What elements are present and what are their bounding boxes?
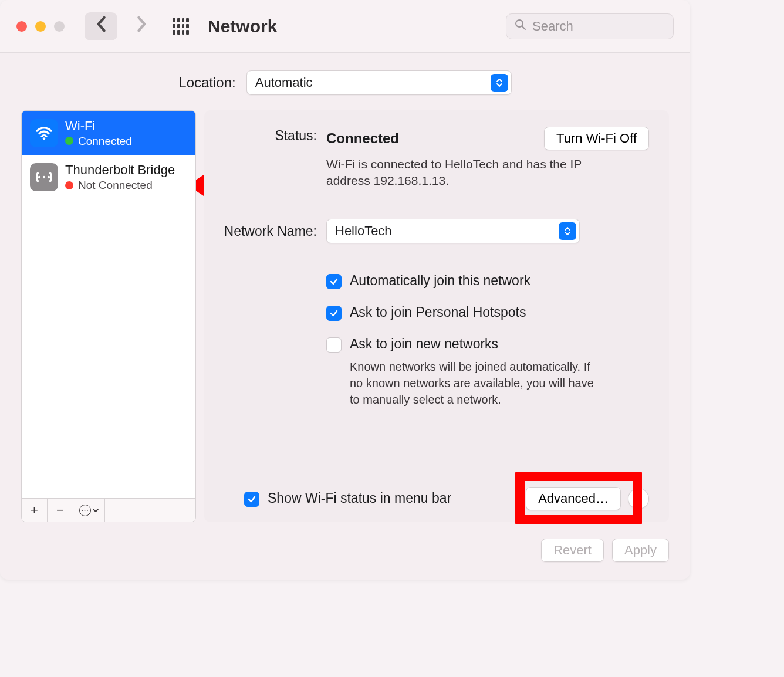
updown-arrows-icon — [559, 222, 576, 240]
location-value: Automatic — [255, 75, 313, 90]
show-status-checkbox[interactable]: Show Wi-Fi status in menu bar — [244, 490, 451, 507]
svg-point-4 — [43, 137, 45, 140]
network-name-select[interactable]: HelloTech — [326, 219, 580, 243]
apply-button[interactable]: Apply — [612, 539, 669, 562]
turn-wifi-off-button[interactable]: Turn Wi-Fi Off — [544, 127, 649, 150]
search-field[interactable] — [506, 13, 674, 39]
ask-hotspot-label: Ask to join Personal Hotspots — [350, 304, 526, 320]
location-label: Location: — [178, 75, 235, 91]
interface-detail-panel: Status: Connected Turn Wi-Fi Off Wi-Fi i… — [204, 110, 669, 522]
sidebar-item-status: Not Connected — [78, 178, 153, 192]
sidebar-item-name: Thunderbolt Bridge — [65, 162, 175, 178]
svg-point-0 — [516, 20, 523, 27]
traffic-lights — [16, 21, 65, 32]
checkbox-icon — [244, 492, 259, 507]
revert-button[interactable]: Revert — [541, 539, 604, 562]
status-value: Connected — [326, 130, 399, 147]
advanced-button[interactable]: Advanced… — [526, 487, 621, 510]
search-input[interactable] — [532, 19, 665, 34]
checkbox-icon — [326, 306, 342, 321]
sidebar-item-status: Connected — [78, 134, 132, 148]
interface-sidebar: Wi-Fi Connected Thunderbolt Bridge — [21, 110, 196, 522]
known-networks-description: Known networks will be joined automatica… — [350, 358, 596, 408]
status-dot-icon — [65, 181, 73, 189]
svg-line-1 — [522, 26, 525, 29]
network-preferences-window: Network Location: Automatic — [0, 0, 690, 580]
show-all-icon[interactable] — [173, 18, 189, 35]
content-area: Location: Automatic Wi-Fi — [0, 53, 690, 580]
svg-point-7 — [48, 176, 50, 178]
updown-arrows-icon — [491, 74, 508, 92]
chevron-down-icon — [92, 508, 99, 513]
interface-list: Wi-Fi Connected Thunderbolt Bridge — [22, 111, 195, 498]
checkbox-icon — [326, 337, 342, 353]
network-name-label: Network Name: — [219, 222, 317, 239]
ellipsis-circle-icon: ⋯ — [79, 505, 91, 516]
chevron-left-icon — [96, 16, 106, 36]
minimize-window-button[interactable] — [35, 21, 46, 32]
sidebar-item-name: Wi-Fi — [65, 118, 132, 134]
remove-interface-button[interactable]: − — [48, 499, 73, 522]
more-options-button[interactable]: ⋯ — [73, 499, 105, 522]
forward-button[interactable] — [126, 12, 158, 40]
titlebar: Network — [0, 0, 690, 53]
ask-new-label: Ask to join new networks — [350, 336, 498, 352]
thunderbolt-bridge-icon — [30, 163, 58, 191]
sidebar-footer-spacer — [105, 499, 195, 522]
window-title: Network — [208, 16, 277, 36]
sidebar-item-wifi[interactable]: Wi-Fi Connected — [22, 111, 195, 155]
status-dot-icon — [65, 137, 73, 145]
sidebar-item-thunderbolt-bridge[interactable]: Thunderbolt Bridge Not Connected — [22, 155, 195, 199]
chevron-right-icon — [137, 16, 147, 36]
show-status-label: Show Wi-Fi status in menu bar — [268, 490, 451, 506]
auto-join-label: Automatically join this network — [350, 273, 530, 289]
ask-hotspot-checkbox[interactable]: Ask to join Personal Hotspots — [326, 304, 649, 321]
auto-join-checkbox[interactable]: Automatically join this network — [326, 273, 649, 289]
plus-icon: + — [31, 503, 38, 518]
network-name-value: HelloTech — [335, 224, 392, 239]
status-label: Status: — [219, 127, 317, 144]
search-icon — [515, 19, 526, 34]
location-select[interactable]: Automatic — [246, 70, 512, 95]
wifi-icon — [30, 119, 58, 147]
status-description: Wi-Fi is connected to HelloTech and has … — [326, 156, 590, 189]
bottom-button-bar: Revert Apply — [21, 539, 669, 562]
minus-icon: − — [56, 503, 64, 518]
add-interface-button[interactable]: + — [22, 499, 48, 522]
svg-point-6 — [43, 176, 45, 178]
maximize-window-button[interactable] — [54, 21, 65, 32]
ask-new-checkbox[interactable]: Ask to join new networks — [326, 336, 649, 353]
help-button[interactable]: ? — [628, 488, 649, 509]
svg-point-5 — [38, 176, 40, 178]
checkbox-icon — [326, 274, 342, 289]
back-button[interactable] — [85, 12, 117, 40]
sidebar-footer: + − ⋯ — [22, 498, 195, 522]
location-row: Location: Automatic — [21, 70, 669, 95]
close-window-button[interactable] — [16, 21, 27, 32]
